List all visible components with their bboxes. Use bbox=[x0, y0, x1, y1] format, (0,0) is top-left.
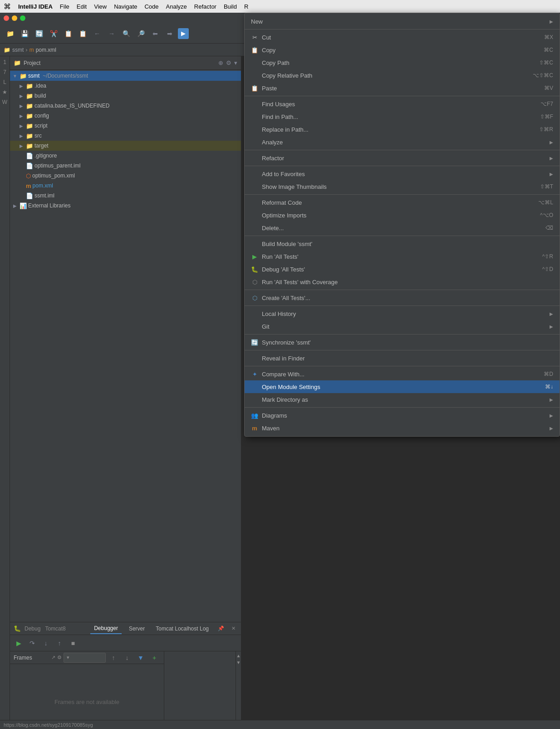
tree-item-catalina[interactable]: ▶ 📁 catalina.base_IS_UNDEFINED bbox=[10, 101, 241, 111]
frames-search[interactable]: ▾ bbox=[64, 653, 106, 663]
tree-item-script[interactable]: ▶ 📁 script bbox=[10, 121, 241, 131]
menu-item-favorites[interactable]: Add to Favorites ▶ bbox=[245, 167, 560, 180]
tree-item-external[interactable]: ▶ 📊 External Libraries bbox=[10, 201, 241, 211]
tree-item-root[interactable]: ▼ 📁 ssmt ~/Documents/ssmt bbox=[10, 71, 241, 81]
menu-item-copy[interactable]: 📋 Copy ⌘C bbox=[245, 44, 560, 56]
scroll-down-icon[interactable]: ▼ bbox=[236, 660, 241, 665]
menu-item-paste[interactable]: 📋 Paste ⌘V bbox=[245, 82, 560, 94]
copy-icon[interactable]: 📋 bbox=[62, 27, 74, 40]
menu-item-reformat[interactable]: Reformat Code ⌥⌘L bbox=[245, 196, 560, 209]
folder-icon-catalina: 📁 bbox=[26, 103, 33, 109]
nav-right-icon[interactable]: ➡ bbox=[163, 27, 176, 40]
tree-item-build[interactable]: ▶ 📁 build bbox=[10, 91, 241, 101]
back-icon[interactable]: ← bbox=[91, 27, 103, 40]
menu-item-create-tests[interactable]: ⬡ Create 'All Tests'... bbox=[245, 291, 560, 304]
tree-item-target[interactable]: ▶ 📁 target bbox=[10, 141, 241, 151]
paste-icon[interactable]: 📋 bbox=[76, 27, 89, 40]
stop-btn[interactable]: ■ bbox=[67, 637, 79, 649]
step-over-btn[interactable]: ↷ bbox=[26, 637, 38, 649]
sidebar-favorites-icon[interactable]: ★ bbox=[1, 88, 9, 96]
tree-item-optimus-pom[interactable]: ▶ ⬡ optimus_pom.xml bbox=[10, 171, 241, 181]
menu-item-refactor[interactable]: Refactor ▶ bbox=[245, 152, 560, 164]
frames-settings-icon[interactable]: ⚙ bbox=[57, 655, 62, 660]
frames-filter-btn[interactable]: ▼ bbox=[135, 652, 147, 664]
debug-run-icon[interactable]: ▶ bbox=[178, 28, 189, 39]
menu-item-mark-dir[interactable]: Mark Directory as ▶ bbox=[245, 393, 560, 406]
project-icon[interactable]: 📁 bbox=[4, 27, 16, 40]
cut-icon[interactable]: ✂️ bbox=[47, 27, 60, 40]
forward-icon[interactable]: → bbox=[105, 27, 118, 40]
menu-item-run-tests[interactable]: ▶ Run 'All Tests' ^⇧R bbox=[245, 250, 560, 263]
menu-item-find-usages[interactable]: Find Usages ⌥F7 bbox=[245, 98, 560, 110]
maximize-button[interactable] bbox=[20, 15, 25, 21]
menu-item-analyze[interactable]: Analyze ▶ bbox=[245, 136, 560, 148]
close-button[interactable] bbox=[4, 15, 9, 21]
resume-btn[interactable]: ▶ bbox=[13, 637, 25, 649]
panel-gear-icon[interactable]: ⊕ bbox=[218, 59, 223, 66]
menu-item-local-history[interactable]: Local History ▶ bbox=[245, 307, 560, 320]
menu-item-build-module[interactable]: Build Module 'ssmt' bbox=[245, 237, 560, 250]
menu-item-new[interactable]: New ▶ bbox=[245, 15, 560, 28]
menu-item-find-path[interactable]: Find in Path... ⇧⌘F bbox=[245, 110, 560, 123]
sidebar-learn-icon[interactable]: L bbox=[1, 78, 9, 86]
frames-add-btn[interactable]: + bbox=[148, 652, 160, 664]
menu-item-optimize[interactable]: Optimize Imports ^⌥O bbox=[245, 209, 560, 222]
menu-analyze[interactable]: Analyze bbox=[166, 3, 187, 10]
tree-item-ssmt-iml[interactable]: ▶ 📄 ssmt.iml bbox=[10, 191, 241, 201]
step-into-btn[interactable]: ↓ bbox=[40, 637, 52, 649]
bottom-tab-server[interactable]: Server bbox=[125, 624, 148, 634]
step-out-btn[interactable]: ↑ bbox=[54, 637, 65, 649]
menu-item-compare[interactable]: ✦ Compare With... ⌘D bbox=[245, 368, 560, 380]
menu-item-cut[interactable]: ✂ Cut ⌘X bbox=[245, 31, 560, 44]
tree-item-src[interactable]: ▶ 📁 src bbox=[10, 131, 241, 141]
menu-item-replace-path[interactable]: Replace in Path... ⇧⌘R bbox=[245, 123, 560, 136]
menu-item-copy-relative[interactable]: Copy Relative Path ⌥⇧⌘C bbox=[245, 69, 560, 82]
tree-item-gitignore[interactable]: ▶ 📄 .gitignore bbox=[10, 151, 241, 161]
search2-icon[interactable]: 🔎 bbox=[134, 27, 147, 40]
breadcrumb-file[interactable]: m pom.xml bbox=[29, 47, 56, 53]
close-panel-icon[interactable]: ✕ bbox=[230, 626, 237, 631]
menu-item-diagrams[interactable]: 👥 Diagrams ▶ bbox=[245, 409, 560, 422]
tree-item-pom[interactable]: ▶ m pom.xml bbox=[10, 181, 241, 191]
menu-build[interactable]: Build bbox=[224, 3, 237, 10]
menu-view[interactable]: View bbox=[94, 3, 107, 10]
menu-item-maven[interactable]: m Maven ▶ bbox=[245, 422, 560, 434]
bottom-tab-debugger[interactable]: Debugger bbox=[90, 623, 122, 634]
apple-icon[interactable]: ⌘ bbox=[4, 2, 11, 11]
bottom-tab-tomcat[interactable]: Tomcat Localhost Log bbox=[152, 624, 212, 634]
save-icon[interactable]: 💾 bbox=[18, 27, 31, 40]
sidebar-structure-icon[interactable]: 7 bbox=[1, 68, 9, 76]
menu-run[interactable]: R bbox=[244, 3, 248, 10]
menu-code[interactable]: Code bbox=[144, 3, 158, 10]
frames-pin-icon[interactable]: ↗ bbox=[51, 655, 55, 660]
frames-down-btn[interactable]: ↓ bbox=[121, 652, 133, 664]
pin-icon[interactable]: 📌 bbox=[216, 626, 226, 631]
menu-item-copy-path[interactable]: Copy Path ⇧⌘C bbox=[245, 56, 560, 69]
tree-item-idea[interactable]: ▶ 📁 .idea bbox=[10, 81, 241, 91]
tree-item-config[interactable]: ▶ 📁 config bbox=[10, 111, 241, 121]
frames-up-btn[interactable]: ↑ bbox=[108, 652, 119, 664]
tree-item-parent-iml[interactable]: ▶ 📄 optimus_parent.iml bbox=[10, 161, 241, 171]
search-icon[interactable]: 🔍 bbox=[120, 27, 133, 40]
panel-dropdown-icon[interactable]: ▾ bbox=[234, 59, 237, 66]
menu-file[interactable]: File bbox=[60, 3, 69, 10]
menu-item-open-module[interactable]: Open Module Settings ⌘↓ bbox=[245, 380, 560, 393]
minimize-button[interactable] bbox=[12, 15, 17, 21]
menu-item-run-coverage[interactable]: ⬡ Run 'All Tests' with Coverage bbox=[245, 276, 560, 288]
breadcrumb-project[interactable]: 📁 ssmt bbox=[4, 47, 24, 53]
menu-item-debug-tests[interactable]: 🐛 Debug 'All Tests' ^⇧D bbox=[245, 263, 560, 276]
scroll-up-icon[interactable]: ▲ bbox=[236, 653, 241, 658]
menu-refactor[interactable]: Refactor bbox=[194, 3, 216, 10]
menu-item-reveal-finder[interactable]: Reveal in Finder bbox=[245, 352, 560, 364]
menu-navigate[interactable]: Navigate bbox=[114, 3, 137, 10]
sidebar-project-icon[interactable]: 1 bbox=[1, 58, 9, 66]
menu-item-git[interactable]: Git ▶ bbox=[245, 320, 560, 333]
menu-item-delete[interactable]: Delete... ⌫ bbox=[245, 222, 560, 234]
nav-left-icon[interactable]: ⬅ bbox=[149, 27, 162, 40]
panel-settings-icon[interactable]: ⚙ bbox=[226, 59, 231, 66]
menu-item-sync[interactable]: 🔄 Synchronize 'ssmt' bbox=[245, 336, 560, 349]
sync-icon[interactable]: 🔄 bbox=[33, 27, 45, 40]
sidebar-web-icon[interactable]: W bbox=[1, 98, 9, 106]
menu-edit[interactable]: Edit bbox=[77, 3, 87, 10]
menu-item-thumbnails[interactable]: Show Image Thumbnails ⇧⌘T bbox=[245, 180, 560, 193]
